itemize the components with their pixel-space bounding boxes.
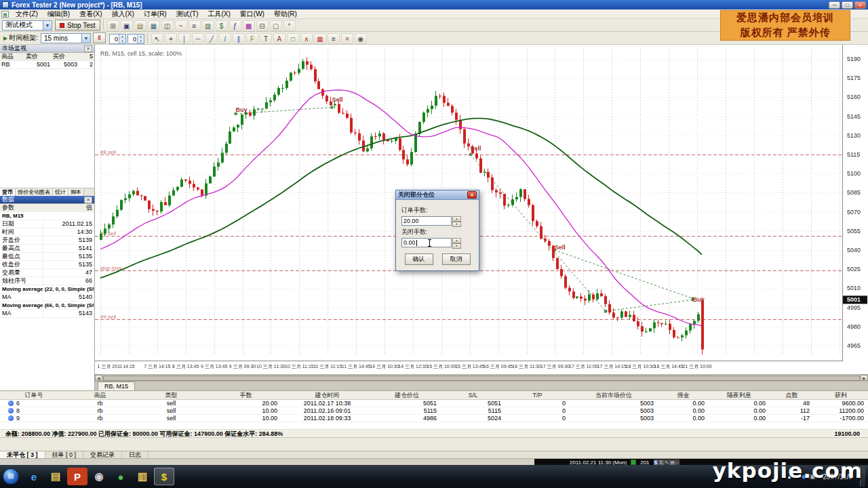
menu-item[interactable]: 测试(T) — [172, 10, 203, 18]
menu-item[interactable]: 插入(X) — [106, 10, 138, 18]
journal-icon[interactable]: ▤ — [134, 20, 146, 31]
data-value: 5140 — [43, 293, 94, 301]
explorer-icon[interactable]: ▤ — [45, 468, 66, 485]
title-bar[interactable]: Forex Tester 2 (New project*) - [RB, M15… — [0, 0, 868, 9]
chart-scrollbar[interactable]: ◀ ▶ — [95, 374, 868, 381]
close-button[interactable]: × — [854, 1, 866, 9]
objects-list-icon[interactable]: ≡ — [328, 33, 340, 44]
spin-down-icon[interactable]: ▼ — [452, 243, 461, 249]
window-title: Forex Tester 2 (New project*) - [RB, M15… — [12, 1, 827, 9]
horizontal-line-icon[interactable]: ─ — [192, 33, 204, 44]
orders-col-header: T/P — [505, 391, 570, 399]
news-icon[interactable]: ▦ — [148, 20, 160, 31]
delete-objects-icon[interactable]: × — [341, 33, 353, 44]
channel-icon[interactable]: ∥ — [233, 33, 245, 44]
crosshair-icon[interactable]: + — [165, 33, 177, 44]
left-panel-tab[interactable]: 统计 — [53, 188, 68, 196]
menu-item[interactable]: 查看(X) — [75, 10, 106, 18]
spin-up-icon[interactable]: ▲ — [452, 216, 461, 222]
data-panel-close-icon[interactable]: × — [84, 197, 92, 203]
data-panel-header[interactable]: 数据 × — [0, 196, 94, 204]
menu-item[interactable]: 编辑(B) — [43, 10, 75, 18]
strategies-icon[interactable]: ▩ — [243, 20, 255, 31]
maximize-button[interactable]: □ — [842, 1, 853, 9]
market-watch-icon[interactable]: ≡ — [189, 20, 201, 31]
spin-down-icon[interactable]: ▼ — [452, 222, 461, 227]
fibonacci-icon[interactable]: F — [246, 33, 258, 44]
scrollbar-thumb[interactable] — [103, 375, 860, 381]
indicators-icon[interactable]: ƒ — [229, 20, 241, 31]
test-mode-select[interactable]: 测试模式 ▼ — [2, 20, 52, 30]
photo-viewer-icon[interactable]: ◉ — [89, 468, 109, 485]
stepper-arrows[interactable]: ▲▼ — [137, 35, 144, 43]
trendline-icon[interactable]: ╱ — [205, 33, 218, 44]
stepper-arrows[interactable]: ▲▼ — [119, 35, 125, 43]
menu-item[interactable]: 帮助(R) — [269, 10, 302, 18]
left-panel-tab[interactable]: 脚本 — [68, 188, 84, 196]
bottom-tab[interactable]: 交易记录 — [83, 451, 122, 458]
menu-item[interactable]: 窗口(W) — [235, 10, 269, 18]
powerpoint-icon[interactable]: P — [67, 468, 87, 485]
cancel-button[interactable]: 取消 — [442, 253, 471, 265]
ray-icon[interactable]: / — [219, 33, 231, 44]
dialog-title-bar[interactable]: 关闭部分仓位 × — [396, 190, 479, 200]
menu-item[interactable]: 订单(R) — [139, 10, 172, 18]
cursor-icon[interactable]: ↖ — [151, 33, 163, 44]
minimize-button[interactable]: ─ — [829, 1, 840, 9]
dialog-close-button[interactable]: × — [467, 191, 477, 199]
market-watch-header[interactable]: 市场监视 × — [0, 45, 94, 53]
market-watch-row[interactable]: RB500150032 — [0, 61, 94, 69]
bottom-tab[interactable]: 日志 — [122, 451, 149, 458]
data-label: 烛柱序号 — [0, 277, 43, 285]
marker-icon[interactable]: A — [273, 33, 285, 44]
order-row[interactable]: 8rbsell10.002011.02.16 09:01511551150500… — [0, 407, 868, 415]
order-lots-spinner[interactable]: ▲ ▼ — [452, 216, 461, 226]
tile-windows-icon[interactable]: ⊟ — [256, 20, 269, 31]
start-button[interactable]: ⊞ — [3, 468, 19, 485]
paint-colors-icon[interactable]: ▦ — [314, 33, 326, 44]
shapes-icon[interactable]: □ — [287, 33, 299, 44]
new-chart-icon[interactable]: ◫ — [161, 20, 174, 31]
cascade-windows-icon[interactable]: ▢ — [270, 20, 282, 31]
stepper-down-icon[interactable]: ▼ — [138, 39, 144, 44]
jump-stepper[interactable]: 0▲▼ — [127, 34, 144, 44]
stepper-down-icon[interactable]: ▼ — [119, 39, 125, 44]
sell-order-icon — [8, 415, 14, 421]
text-icon[interactable]: T — [260, 33, 272, 44]
market-watch-close-icon[interactable]: × — [84, 45, 92, 52]
close-lots-spinner[interactable]: ▲ ▼ — [452, 238, 461, 247]
data-window-icon[interactable]: ▥ — [202, 20, 214, 31]
trading-app-icon[interactable]: $ — [154, 468, 174, 485]
bottom-tab[interactable]: 未平仓 [ 3 ] — [0, 451, 45, 458]
green-browser-icon[interactable]: ● — [111, 468, 131, 485]
order-row[interactable]: 9rbsell10.002011.02.18 09:33498650240500… — [0, 415, 868, 422]
chart-canvas[interactable] — [95, 45, 868, 374]
menu-item[interactable]: 工具(X) — [203, 10, 235, 18]
orders-col-header: S/L — [441, 391, 505, 399]
pause-button[interactable]: ‖ — [93, 33, 106, 43]
close-lots-input[interactable]: 0.00 — [401, 238, 452, 247]
order-lots-input[interactable]: 20.00 — [401, 216, 452, 226]
snapshot-icon[interactable]: ◉ — [355, 33, 367, 44]
symbols-icon[interactable]: $ — [216, 20, 228, 31]
tick-chart-icon[interactable]: ~ — [175, 20, 187, 31]
jump-stepper[interactable]: 0▲▼ — [109, 34, 126, 44]
timeframe-select[interactable]: 15 mins ▼ — [41, 33, 91, 43]
folder-icon[interactable]: ▥ — [132, 468, 153, 485]
open-project-icon[interactable]: ⊞ — [107, 20, 119, 31]
bottom-tab[interactable]: 挂单 [ 0 ] — [45, 451, 84, 458]
confirm-button[interactable]: 确认 — [405, 253, 433, 265]
vertical-line-icon[interactable]: │ — [178, 33, 191, 44]
menu-item[interactable]: 文件(Z) — [11, 10, 43, 18]
stop-test-button[interactable]: Stop Test — [55, 20, 100, 30]
scroll-right-icon[interactable]: ▶ — [861, 375, 868, 381]
left-panel-tab[interactable]: 报价变动图表 — [16, 188, 53, 196]
scroll-left-icon[interactable]: ◀ — [95, 375, 102, 381]
settings-icon[interactable]: * — [283, 20, 296, 31]
ie-icon[interactable]: e — [24, 468, 44, 485]
chart-tab[interactable]: RB, M15 — [98, 382, 135, 390]
spin-up-icon[interactable]: ▲ — [452, 238, 461, 243]
save-project-icon[interactable]: ▣ — [121, 20, 133, 31]
zigzag-icon[interactable]: ∧ — [300, 33, 313, 44]
order-row[interactable]: 6rbsell20.002011.02.17 10:38505150510500… — [0, 400, 868, 407]
